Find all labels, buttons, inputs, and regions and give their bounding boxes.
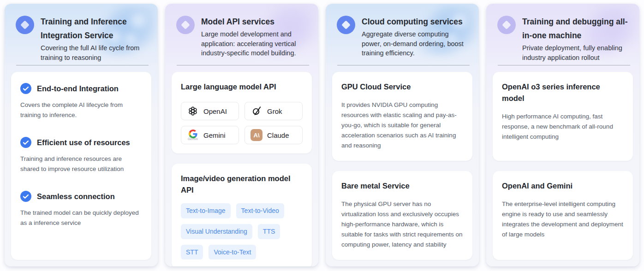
- media-api-panel: Image/video generation model API Text-to…: [172, 164, 312, 266]
- diamond-badge-icon: [497, 16, 516, 34]
- feature-title: Efficient use of resources: [37, 138, 130, 147]
- section-body: The enterprise-level intelligent computi…: [502, 199, 624, 240]
- gemini-wordmark: Gemini: [188, 138, 198, 141]
- feature-title: End-to-end Integration: [37, 84, 119, 93]
- provider-grid: OpenAI Grok: [181, 102, 303, 144]
- card-header: Model API services Large model developme…: [165, 4, 318, 65]
- card-title: Training and debugging all-in-one machin…: [522, 15, 630, 42]
- card-cloud-computing-services: Cloud computing services Aggregate diver…: [326, 4, 479, 266]
- tag-stt[interactable]: STT: [181, 245, 203, 260]
- card-header: Training and Inference Integration Servi…: [5, 4, 158, 65]
- section-body: It provides NVIDIA GPU computing resourc…: [341, 100, 463, 151]
- card-title: Training and Inference Integration Servi…: [41, 15, 149, 42]
- provider-label: Claude: [267, 131, 289, 139]
- check-circle-icon: [20, 83, 31, 94]
- provider-label: Gemini: [203, 131, 226, 139]
- check-circle-icon: [20, 191, 31, 202]
- card-training-debugging-machine: Training and debugging all-in-one machin…: [486, 4, 639, 266]
- openai-gemini-panel: OpenAI and Gemini The enterprise-level i…: [493, 171, 633, 260]
- bare-metal-panel: Bare metal Service The physical GPU serv…: [332, 171, 472, 260]
- feature-description: The trained model can be quickly deploye…: [20, 208, 142, 228]
- gpu-cloud-panel: GPU Cloud Service It provides NVIDIA GPU…: [332, 72, 472, 161]
- feature-description: Covers the complete AI lifecycle from tr…: [20, 100, 142, 120]
- card-subtitle: Private deployment, fully enabling indus…: [522, 43, 630, 62]
- section-heading: OpenAI o3 series inference model: [502, 81, 624, 104]
- llm-api-panel: Large language model API: [172, 72, 312, 153]
- card-subtitle: Large model development and application:…: [201, 29, 309, 58]
- tag-text-to-video[interactable]: Text-to-Video: [236, 203, 284, 218]
- feature-title: Seamless connection: [37, 192, 115, 201]
- section-body: The physical GPU server has no virtualiz…: [341, 199, 463, 250]
- provider-button-grok[interactable]: Grok: [244, 102, 303, 120]
- grok-logo-icon: [250, 105, 262, 117]
- section-heading: Large language model API: [181, 81, 303, 93]
- provider-button-gemini[interactable]: Gemini Gemini: [181, 126, 239, 144]
- tag-voice-to-text[interactable]: Voice-to-Text: [209, 245, 256, 260]
- card-header: Cloud computing services Aggregate diver…: [326, 4, 479, 65]
- card-model-api-services: Model API services Large model developme…: [165, 4, 318, 266]
- section-heading: GPU Cloud Service: [341, 81, 463, 93]
- check-circle-icon: [20, 137, 31, 148]
- feature-description: Training and inference resources are sha…: [20, 154, 142, 174]
- section-body: High performance AI computing, fast resp…: [502, 112, 624, 142]
- section-heading: OpenAI and Gemini: [502, 180, 624, 192]
- provider-label: Grok: [267, 107, 282, 115]
- card-header: Training and debugging all-in-one machin…: [486, 4, 639, 65]
- section-heading: Image/video generation model API: [181, 173, 303, 196]
- diamond-badge-icon: [337, 16, 355, 34]
- card-title: Model API services: [201, 15, 309, 29]
- tag-visual-understanding[interactable]: Visual Understanding: [181, 224, 252, 239]
- card-subtitle: Aggregate diverse computing power, on-de…: [362, 29, 470, 58]
- provider-button-openai[interactable]: OpenAI: [181, 102, 239, 120]
- features-panel: End-to-end Integration Covers the comple…: [11, 72, 151, 260]
- openai-o3-panel: OpenAI o3 series inference model High pe…: [493, 72, 633, 161]
- capability-tags: Text-to-Image Text-to-Video Visual Under…: [181, 203, 303, 259]
- tag-tts[interactable]: TTS: [258, 224, 280, 239]
- card-subtitle: Covering the full AI life cycle from tra…: [41, 43, 149, 62]
- claude-logo-icon: A\: [250, 129, 262, 141]
- tag-text-to-image[interactable]: Text-to-Image: [181, 203, 231, 218]
- diamond-badge-icon: [16, 16, 34, 34]
- feature-item: Efficient use of resources Training and …: [20, 137, 142, 174]
- services-overview-page: Training and Inference Integration Servi…: [0, 0, 644, 271]
- diamond-badge-icon: [176, 16, 195, 34]
- provider-button-claude[interactable]: A\ Claude: [244, 126, 303, 144]
- card-title: Cloud computing services: [362, 15, 470, 29]
- provider-label: OpenAI: [203, 107, 227, 115]
- card-training-inference-integration: Training and Inference Integration Servi…: [5, 4, 158, 266]
- feature-item: End-to-end Integration Covers the comple…: [20, 83, 142, 120]
- openai-logo-icon: [187, 105, 199, 117]
- section-heading: Bare metal Service: [341, 180, 463, 192]
- google-gemini-logo-icon: Gemini: [187, 129, 199, 141]
- feature-item: Seamless connection The trained model ca…: [20, 191, 142, 228]
